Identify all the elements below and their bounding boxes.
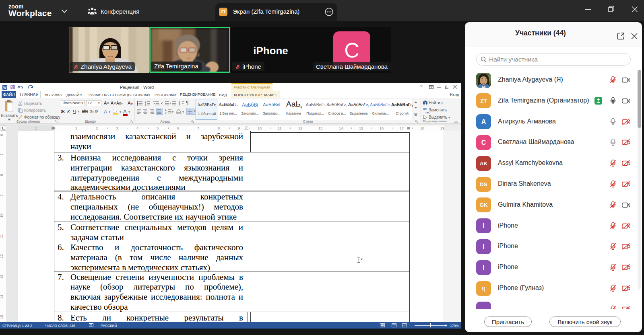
svg-text:W: W [3,86,7,90]
svg-text:Я: Я [90,324,92,327]
svg-text:3: 3 [145,104,146,106]
